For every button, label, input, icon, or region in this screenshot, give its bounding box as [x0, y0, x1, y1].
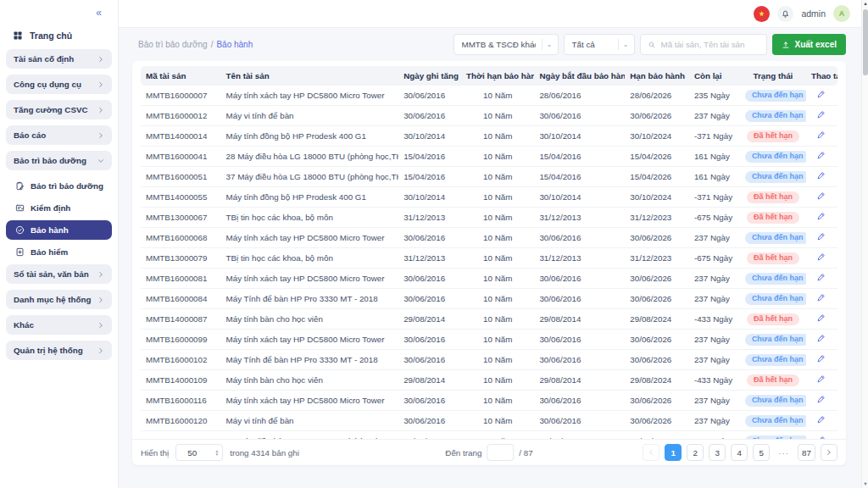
table-row: MMTB1600005137 Máy điều hòa LG 18000 BTU… [141, 167, 837, 187]
chevron-right-icon [97, 322, 104, 329]
cell-code: MMTB16000007 [141, 86, 221, 106]
cell-status: Đã hết hạn [740, 208, 806, 228]
goto-page-input[interactable] [487, 444, 514, 461]
filters: MMTB & TSCĐ khác ⌄ Tất cả ⌄ Xuất excel [453, 34, 846, 55]
cell-code: MMTB16000116 [141, 391, 221, 411]
cell-term: 10 Năm [461, 370, 534, 391]
page-button-1[interactable]: 1 [665, 444, 682, 461]
cell-end-date: 30/10/2024 [625, 126, 689, 147]
cell-code: MMTB13000079 [141, 248, 221, 269]
cell-term: 10 Năm [461, 126, 534, 147]
edit-icon [816, 130, 826, 140]
sidebar-group-item[interactable]: Báo cáo [6, 125, 112, 145]
sidebar-group-item[interactable]: Quản trị hệ thống [6, 341, 112, 360]
edit-button[interactable] [816, 231, 826, 244]
edit-button[interactable] [816, 89, 826, 102]
cell-increase-date: 30/10/2014 [398, 126, 461, 147]
edit-button[interactable] [816, 150, 826, 163]
status-badge: Chưa đến hạn [745, 293, 806, 305]
scroll-up-icon[interactable]: ▲ [862, 0, 868, 8]
notifications-button[interactable] [777, 6, 793, 22]
sidebar-group-item[interactable]: Tăng cường CSVC [6, 100, 112, 119]
asset-type-select[interactable]: MMTB & TSCĐ khác ⌄ [453, 34, 559, 55]
book-plus-icon [15, 247, 25, 257]
edit-button[interactable] [816, 272, 826, 285]
page-size-select[interactable]: 50 ▴▾ [175, 444, 223, 461]
status-badge: Chưa đến hạn [745, 110, 806, 122]
cell-end-date: 30/06/2026 [625, 269, 689, 289]
status-badge: Đã hết hạn [747, 374, 799, 386]
search-icon [648, 41, 656, 49]
edit-icon [816, 89, 826, 99]
scroll-down-icon[interactable]: ▼ [862, 480, 868, 488]
cell-remaining: 237 Ngày [689, 269, 740, 289]
cell-term: 10 Năm [461, 431, 534, 440]
breadcrumb-current[interactable]: Bảo hành [216, 40, 253, 49]
pagination-ellipsis[interactable]: ··· [775, 444, 793, 461]
sidebar-group-item[interactable]: Công cụ dụng cụ [6, 75, 112, 94]
edit-button[interactable] [816, 191, 826, 203]
sidebar-group-item[interactable]: Sổ tài sản, văn bản [6, 264, 112, 284]
sidebar-group-expanded[interactable]: Bảo trì bảo dưỡng [6, 151, 112, 170]
sidebar-group-item[interactable]: Danh mục hệ thống [6, 290, 112, 309]
edit-button[interactable] [816, 170, 826, 183]
page-button-4[interactable]: 4 [731, 444, 748, 461]
vertical-scrollbar[interactable]: ▲ ▼ [861, 0, 868, 488]
cell-start-date: 30/06/2016 [534, 269, 625, 289]
sidebar: « Trang chủTài sản cố địnhCông cụ dụng c… [0, 0, 119, 488]
sidebar-subitem[interactable]: Kiểm định [6, 198, 112, 218]
prev-page-button[interactable] [643, 444, 659, 461]
edit-button[interactable] [816, 292, 826, 305]
cell-status: Chưa đến hạn [740, 431, 806, 440]
avatar[interactable]: A [833, 5, 850, 22]
edit-button[interactable] [816, 333, 826, 346]
language-flag-button[interactable] [754, 6, 770, 22]
edit-icon [816, 313, 826, 323]
sidebar-collapse-button[interactable]: « [6, 5, 112, 25]
cell-status: Chưa đến hạn [740, 330, 806, 350]
edit-button[interactable] [816, 414, 826, 427]
table-row: MMTB16000007Máy tính xách tay HP DC5800 … [141, 86, 837, 106]
sidebar-subitem-active[interactable]: Bảo hành [6, 220, 112, 240]
status-badge: Đã hết hạn [747, 313, 799, 325]
stepper-icon[interactable]: ▴▾ [215, 449, 218, 457]
cell-actions [806, 350, 837, 370]
edit-button[interactable] [816, 313, 826, 325]
status-filter-select[interactable]: Tất cả ⌄ [564, 34, 635, 55]
sidebar-subitem[interactable]: Bảo trì bảo dưỡng [6, 176, 112, 196]
edit-button[interactable] [816, 353, 826, 366]
table-row: MMTB14000055Máy tính đồng bộ HP Prodesk … [141, 187, 837, 208]
edit-button[interactable] [816, 211, 826, 224]
status-badge: Chưa đến hạn [745, 415, 806, 427]
sidebar-group-label: Quản trị hệ thống [14, 346, 83, 355]
chevron-down-icon: ⌄ [623, 41, 629, 48]
edit-button[interactable] [816, 109, 826, 122]
sidebar-subitem[interactable]: Bảo hiểm [6, 242, 112, 262]
page-button-2[interactable]: 2 [687, 444, 704, 461]
scrollbar-thumb[interactable] [863, 9, 868, 75]
next-page-button[interactable] [821, 444, 837, 461]
page-button-87[interactable]: 87 [798, 444, 815, 461]
screen: « Trang chủTài sản cố địnhCông cụ dụng c… [0, 0, 868, 488]
page-button-5[interactable]: 5 [753, 444, 770, 461]
edit-button[interactable] [816, 252, 826, 264]
sidebar-group-item[interactable]: Tài sản cố định [6, 49, 112, 69]
cell-end-date: 30/06/2026 [625, 330, 689, 350]
cell-actions [806, 431, 837, 440]
cell-end-date: 30/06/2026 [625, 391, 689, 411]
cell-start-date: 30/06/2016 [534, 228, 625, 248]
export-excel-button[interactable]: Xuất excel [772, 34, 846, 55]
edit-button[interactable] [816, 130, 826, 142]
toolbar: Bảo trì bảo dưỡng/Bảo hành MMTB & TSCĐ k… [119, 28, 861, 61]
edit-button[interactable] [816, 394, 826, 407]
cell-remaining: -433 Ngày [689, 370, 740, 391]
sidebar-item-home[interactable]: Trang chủ [6, 25, 112, 49]
search-input[interactable] [661, 40, 761, 49]
cell-status: Đã hết hạn [740, 126, 806, 147]
edit-button[interactable] [816, 374, 826, 386]
sidebar-group-item[interactable]: Khác [6, 315, 112, 335]
cell-name: Máy Tính để bàn HP Pro 3330 MT - 2018 [221, 289, 399, 309]
page-button-3[interactable]: 3 [709, 444, 726, 461]
status-filter-select-value: Tất cả [572, 40, 612, 49]
table-row: MMTB16000081Máy tính xách tay HP DC5800 … [141, 269, 837, 289]
